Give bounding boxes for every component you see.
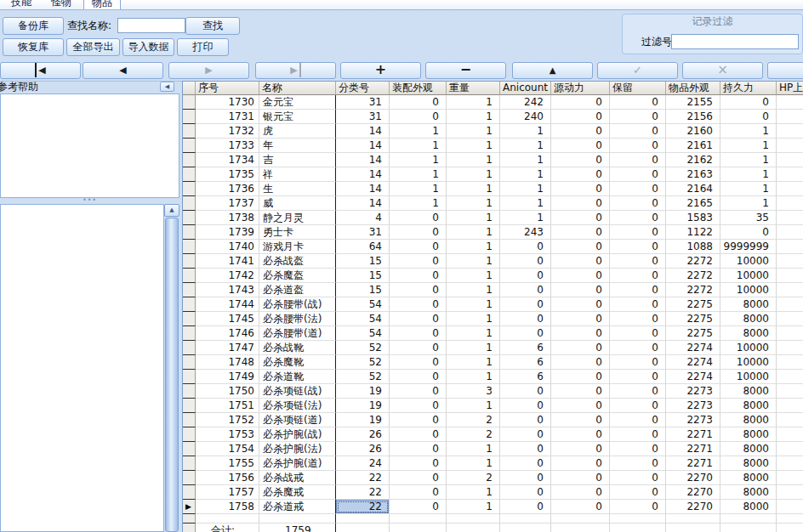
cell-durability[interactable]: 10000 — [720, 341, 777, 355]
cell-name[interactable]: 年 — [259, 139, 336, 153]
cell-equip_look[interactable]: 0 — [390, 326, 447, 341]
cell-reserved[interactable]: 0 — [610, 399, 666, 413]
cell-category[interactable]: 15 — [336, 283, 390, 297]
cell-hp_max[interactable] — [777, 399, 803, 413]
cell-power[interactable]: 0 — [551, 427, 610, 442]
row-indicator[interactable] — [183, 95, 196, 110]
cell-durability[interactable]: 35 — [720, 211, 777, 225]
cell-anicount[interactable]: 240 — [500, 110, 551, 124]
cell-name[interactable]: 虎 — [259, 124, 336, 139]
cell-durability[interactable]: 8000 — [720, 427, 777, 442]
cell-power[interactable]: 0 — [551, 139, 610, 153]
cell-equip_look[interactable]: 0 — [390, 110, 447, 124]
cell-item_look[interactable]: 2273 — [666, 399, 720, 413]
cell-name[interactable]: 吉 — [259, 153, 336, 167]
cell-weight[interactable]: 3 — [447, 384, 500, 399]
cell-item_look[interactable]: 2272 — [666, 254, 720, 269]
cell-weight[interactable]: 1 — [447, 254, 500, 269]
cell-power[interactable]: 0 — [551, 254, 610, 269]
cell-seq[interactable]: 1748 — [196, 355, 259, 370]
cell-hp_max[interactable] — [777, 283, 803, 297]
nav-delete-button[interactable]: − — [425, 62, 506, 79]
cell-seq[interactable]: 1741 — [196, 254, 259, 269]
cell-equip_look[interactable]: 0 — [390, 413, 447, 427]
cell-name[interactable]: 威 — [259, 196, 336, 211]
cell-category[interactable]: 15 — [336, 254, 390, 269]
cell-weight[interactable]: 2 — [447, 413, 500, 427]
cell-hp_max[interactable] — [777, 341, 803, 355]
cell-hp_max[interactable] — [777, 456, 803, 471]
cell-item_look[interactable]: 2275 — [666, 312, 720, 326]
cell-item_look[interactable]: 2163 — [666, 167, 720, 182]
cell-equip_look[interactable]: 1 — [390, 167, 447, 182]
cell-category[interactable]: 19 — [336, 399, 390, 413]
cell-equip_look[interactable]: 1 — [390, 139, 447, 153]
col-header-hp_max[interactable]: HP上限 — [777, 82, 803, 95]
cell-name[interactable]: 必杀项链(战) — [259, 384, 336, 399]
row-indicator[interactable] — [183, 485, 196, 500]
cell-durability[interactable]: 8000 — [720, 456, 777, 471]
row-indicator[interactable] — [183, 427, 196, 442]
cell-seq[interactable]: 1746 — [196, 326, 259, 341]
nav-post-button[interactable]: ✓ — [597, 62, 678, 79]
cell-item_look[interactable]: 2270 — [666, 500, 720, 514]
cell-item_look[interactable]: 2161 — [666, 139, 720, 153]
cell-equip_look[interactable]: 0 — [390, 370, 447, 384]
cell-power[interactable]: 0 — [551, 167, 610, 182]
cell-item_look[interactable]: 2271 — [666, 427, 720, 442]
cell-reserved[interactable]: 0 — [610, 211, 666, 225]
cell-category[interactable]: 31 — [336, 225, 390, 240]
cell-equip_look[interactable]: 0 — [390, 384, 447, 399]
cell-equip_look[interactable]: 0 — [390, 427, 447, 442]
cell-name[interactable]: 必杀道靴 — [259, 370, 336, 384]
cell-weight[interactable]: 1 — [447, 442, 500, 456]
cell-weight[interactable]: 1 — [447, 312, 500, 326]
cell-name[interactable]: 必杀魔靴 — [259, 355, 336, 370]
cell-reserved[interactable]: 0 — [610, 442, 666, 456]
cell-power[interactable]: 0 — [551, 471, 610, 485]
cell-anicount[interactable]: 0 — [500, 254, 551, 269]
find-button[interactable]: 查找 — [185, 17, 240, 35]
cell-seq[interactable]: 1750 — [196, 384, 259, 399]
cell-reserved[interactable]: 0 — [610, 110, 666, 124]
cell-durability[interactable]: 0 — [720, 110, 777, 124]
cell-equip_look[interactable]: 1 — [390, 124, 447, 139]
cell-weight[interactable]: 1 — [447, 240, 500, 254]
backup-button[interactable]: 备份库 — [3, 17, 64, 35]
cell-reserved[interactable]: 0 — [610, 254, 666, 269]
cell-weight[interactable]: 1 — [447, 196, 500, 211]
cell-item_look[interactable]: 2271 — [666, 442, 720, 456]
cell-hp_max[interactable] — [777, 110, 803, 124]
cell-category[interactable]: 31 — [336, 110, 390, 124]
row-indicator[interactable] — [183, 370, 196, 384]
cell-anicount[interactable]: 0 — [500, 471, 551, 485]
row-indicator[interactable] — [183, 124, 196, 139]
cell-name[interactable]: 必杀魔戒 — [259, 485, 336, 500]
row-indicator[interactable] — [183, 225, 196, 240]
row-indicator[interactable] — [183, 312, 196, 326]
cell-category[interactable]: 14 — [336, 196, 390, 211]
row-indicator[interactable] — [183, 384, 196, 399]
cell-power[interactable]: 0 — [551, 413, 610, 427]
cell-hp_max[interactable] — [777, 312, 803, 326]
tab-monsters[interactable]: 怪物 — [43, 0, 79, 10]
cell-hp_max[interactable] — [777, 442, 803, 456]
nav-first-button[interactable]: ◀ — [0, 62, 81, 79]
cell-weight[interactable]: 1 — [447, 326, 500, 341]
cell-reserved[interactable]: 0 — [610, 139, 666, 153]
cell-reserved[interactable]: 0 — [610, 355, 666, 370]
cell-durability[interactable]: 8000 — [720, 399, 777, 413]
row-indicator[interactable] — [183, 442, 196, 456]
cell-seq[interactable]: 1740 — [196, 240, 259, 254]
cell-hp_max[interactable] — [777, 139, 803, 153]
cell-anicount[interactable]: 0 — [500, 427, 551, 442]
row-indicator[interactable] — [183, 297, 196, 312]
search-name-input[interactable] — [117, 18, 185, 33]
cell-category[interactable]: 52 — [336, 355, 390, 370]
cell-item_look[interactable]: 2162 — [666, 153, 720, 167]
col-header-durability[interactable]: 持久力 — [720, 82, 777, 95]
cell-anicount[interactable]: 6 — [500, 341, 551, 355]
cell-anicount[interactable]: 0 — [500, 326, 551, 341]
cell-reserved[interactable]: 0 — [610, 500, 666, 514]
cell-item_look[interactable]: 1088 — [666, 240, 720, 254]
